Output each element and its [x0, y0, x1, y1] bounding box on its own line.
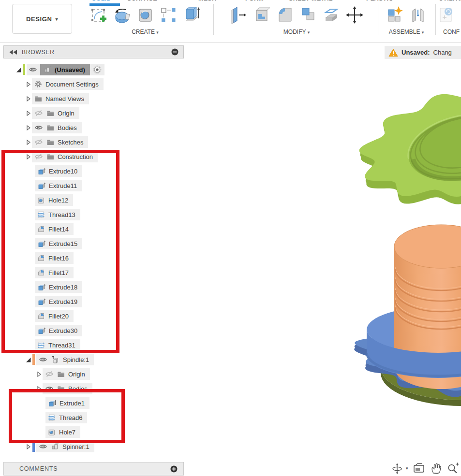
tool-revolve-button[interactable]	[112, 4, 132, 26]
design-label: DESIGN	[26, 15, 52, 23]
eye-visible-icon[interactable]	[29, 66, 37, 73]
minimize-button[interactable]	[171, 48, 178, 56]
eye-visible-icon[interactable]	[45, 385, 54, 392]
tree-item-content[interactable]: (Unsaved)	[27, 64, 104, 75]
tree-item-content[interactable]: Extrude30	[35, 325, 82, 336]
tree-item-content[interactable]: Extrude10	[35, 165, 82, 177]
zoom-tool-button[interactable]	[446, 462, 459, 475]
component-icon	[43, 66, 51, 73]
eye-hidden-icon[interactable]	[45, 371, 54, 377]
collapse-arrow-icon[interactable]	[15, 66, 22, 73]
pan-tool-button[interactable]	[430, 462, 442, 475]
tool-extrude-button[interactable]	[182, 4, 201, 26]
tree-item-content[interactable]: Document Settings	[32, 78, 104, 90]
eye-visible-icon[interactable]	[39, 356, 47, 363]
tree-item-content[interactable]: Fillet16	[35, 252, 74, 264]
tree-item-hole7: Hole7	[0, 425, 185, 439]
tree-item-content[interactable]: Extrude1	[45, 397, 89, 409]
tool-create-sketch-button[interactable]	[89, 4, 108, 26]
tool-rectangular-pattern-button[interactable]	[159, 4, 178, 26]
design-menu-button[interactable]: DESIGN ▾	[12, 4, 72, 34]
look-at-tool-button[interactable]	[413, 462, 425, 475]
expand-arrow-icon[interactable]	[24, 443, 32, 450]
eye-hidden-icon[interactable]	[34, 139, 43, 145]
create-group-label[interactable]: CREATE ▾	[75, 29, 215, 35]
tool-shell-button[interactable]	[252, 4, 271, 26]
tool-fillet-button[interactable]	[275, 4, 295, 26]
tree-item-content[interactable]: Thread31	[35, 339, 80, 351]
orbit-tool-button[interactable]	[391, 462, 403, 475]
assemble-group-label[interactable]: ASSEMBLE ▾	[379, 29, 433, 35]
tree-item-content[interactable]: Hole7	[45, 426, 80, 438]
expand-arrow-icon[interactable]	[24, 153, 32, 160]
expand-arrow-icon[interactable]	[24, 124, 32, 131]
unsaved-warning-banner[interactable]: Unsaved: Chang	[385, 46, 461, 59]
tab-solid[interactable]: SOLID	[92, 0, 111, 2]
tree-item-content[interactable]: Bodies	[43, 383, 92, 394]
collapse-panel-icon[interactable]	[9, 50, 17, 55]
tree-item-content[interactable]: Hole12	[35, 194, 73, 206]
tree-item-content[interactable]: Bodies	[32, 122, 82, 133]
tab-mesh[interactable]: MESH	[198, 0, 216, 2]
tab-form[interactable]: FORM	[245, 0, 264, 2]
tree-item-content[interactable]: Extrude11	[35, 180, 82, 191]
tree-item-content[interactable]: Fillet20	[35, 310, 74, 322]
tree-item-content[interactable]: Fillet14	[35, 223, 74, 235]
tool-hole-button[interactable]	[135, 4, 155, 26]
tool-combine-button[interactable]	[298, 4, 318, 26]
combine-icon	[298, 5, 318, 25]
tree-item-content[interactable]: Extrude15	[35, 238, 82, 249]
tree-item-content[interactable]: Named Views	[32, 93, 89, 104]
tree-item-content[interactable]: Construction	[32, 151, 98, 162]
expand-arrow-icon[interactable]	[35, 385, 43, 392]
tree-item-content[interactable]: Thread13	[35, 209, 80, 220]
folder-icon	[46, 124, 54, 131]
tool-move-button[interactable]	[345, 4, 364, 26]
chevron-down-icon: ▾	[55, 16, 58, 22]
shell-icon	[252, 5, 271, 25]
eye-visible-icon[interactable]	[39, 443, 47, 450]
tab-utilities[interactable]: UTILITIES	[439, 0, 461, 2]
conf-group-label[interactable]: CONF	[436, 29, 461, 35]
browser-tree: (Unsaved)Document SettingsNamed ViewsOri…	[0, 62, 185, 454]
tree-item-content[interactable]: Spindle:1	[36, 354, 94, 365]
expand-arrow-icon[interactable]	[35, 371, 43, 378]
tree-item-label: Hole7	[59, 429, 75, 436]
tree-item-content[interactable]: Extrude18	[35, 281, 82, 293]
tree-item-content[interactable]: Extrude19	[35, 296, 82, 307]
tool-configure-button[interactable]	[436, 4, 456, 26]
component-color-bar	[23, 64, 25, 75]
tool-press-pull-button[interactable]	[229, 4, 248, 26]
tree-item-content[interactable]: Origin	[43, 368, 90, 380]
selected-item-segment[interactable]: (Unsaved)	[40, 64, 90, 75]
tab-plastic[interactable]: PLASTIC	[366, 0, 393, 2]
tool-new-component-button[interactable]	[385, 4, 404, 26]
revolve-icon	[112, 5, 132, 25]
expand-arrow-icon[interactable]	[24, 95, 32, 102]
comments-bar[interactable]: COMMENTS	[3, 462, 184, 476]
tree-item-content[interactable]: Thread6	[45, 412, 87, 423]
eye-visible-icon[interactable]	[34, 124, 43, 131]
plus-icon	[170, 465, 178, 473]
tool-joint-button[interactable]	[408, 4, 428, 26]
expand-arrow-icon[interactable]	[24, 110, 32, 117]
tab-surface[interactable]: SURFACE	[127, 0, 157, 2]
expand-arrow-icon[interactable]	[24, 139, 32, 146]
modify-group-label[interactable]: MODIFY ▾	[217, 29, 376, 35]
extrude-icon	[182, 5, 201, 25]
tree-item-content[interactable]: Sketches	[32, 136, 88, 148]
tree-item-content[interactable]: Fillet17	[35, 267, 74, 278]
tab-sheet-metal[interactable]: SHEET METAL	[289, 0, 333, 2]
tree-item-extrude11: Extrude11	[0, 178, 185, 193]
eye-hidden-icon[interactable]	[34, 153, 43, 160]
tree-item-content[interactable]: Spinner:1	[36, 441, 94, 452]
orbit-dropdown-caret[interactable]: ▾	[406, 466, 408, 471]
collapse-arrow-icon[interactable]	[24, 356, 32, 363]
expand-arrow-icon[interactable]	[24, 81, 32, 88]
tool-offset-face-button[interactable]	[322, 4, 341, 26]
activate-component-radio[interactable]	[93, 65, 102, 74]
tree-item-content[interactable]: Origin	[32, 107, 79, 119]
add-comment-button[interactable]	[170, 465, 178, 473]
new-component-icon	[385, 5, 404, 25]
eye-hidden-icon[interactable]	[34, 110, 43, 116]
